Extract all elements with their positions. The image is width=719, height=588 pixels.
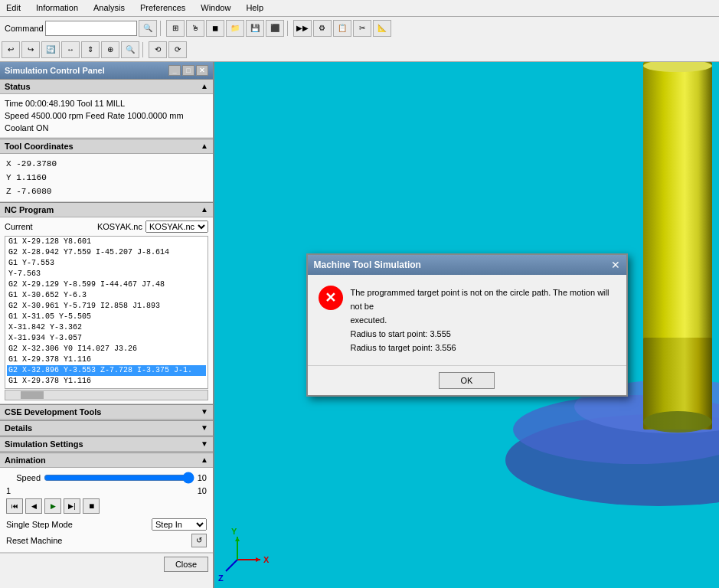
modal-title-text: Machine Tool Simulation bbox=[314, 260, 421, 270]
left-panel: Simulation Control Panel _ □ ✕ Status ▲ … bbox=[0, 62, 214, 588]
toolbar-btn-2[interactable]: 🖱 bbox=[186, 20, 204, 37]
menu-item-help[interactable]: Help bbox=[243, 2, 266, 14]
simulation-settings-section: Simulation Settings ▼ bbox=[0, 436, 213, 452]
toolbar-btn-8[interactable]: ⚙ bbox=[313, 20, 332, 37]
speed-max-val: 10 bbox=[198, 473, 207, 482]
nc-code-line[interactable]: G1 X-30.652 Y-6.3 bbox=[7, 290, 206, 301]
speed-vals: 1 10 bbox=[6, 486, 207, 495]
reset-icon-btn[interactable]: ↺ bbox=[191, 534, 207, 547]
reset-row: Reset Machine ↺ bbox=[6, 534, 207, 547]
speed-row: Speed 10 bbox=[6, 472, 207, 483]
animation-header[interactable]: Animation ▲ bbox=[0, 452, 213, 468]
menu-item-preferences[interactable]: Preferences bbox=[137, 2, 188, 14]
nc-code-line[interactable]: G1 X-31.05 Y-5.505 bbox=[7, 312, 206, 322]
nc-code-line[interactable]: G2 X-32.306 Y0 I14.027 J3.26 bbox=[7, 344, 206, 354]
cse-dev-tools-chevron: ▼ bbox=[201, 407, 208, 416]
nc-code-line[interactable]: G1 X-29.378 Y1.116 bbox=[7, 354, 206, 365]
status-header[interactable]: Status ▲ bbox=[0, 79, 213, 94]
status-line-1: Time 00:00:48.190 Tool 11 MILL bbox=[5, 97, 208, 109]
toolbar-btn-9[interactable]: 📋 bbox=[333, 20, 351, 37]
details-header[interactable]: Details ▼ bbox=[0, 420, 213, 436]
nc-file-dropdown[interactable]: KOSYAK.nc bbox=[145, 220, 208, 233]
panel-maximize-btn[interactable]: □ bbox=[182, 65, 194, 76]
toolbar-btn-r2-5[interactable]: ⇕ bbox=[81, 41, 100, 58]
modal-radius-target: Radius to target point: 3.556 bbox=[351, 341, 616, 354]
menu-item-analysis[interactable]: Analysis bbox=[90, 2, 128, 14]
viewport-background: X Y Z Machine Tool Simulation ✕ bbox=[214, 62, 719, 588]
tool-coordinates-section: Tool Coordinates ▲ X -29.3780 Y 1.1160 Z… bbox=[0, 139, 213, 202]
status-label: Status bbox=[5, 82, 31, 91]
close-button-row: Close bbox=[0, 553, 213, 575]
menu-item-information[interactable]: Information bbox=[33, 2, 81, 14]
main-layout: Simulation Control Panel _ □ ✕ Status ▲ … bbox=[0, 62, 719, 588]
tool-coordinates-content: X -29.3780 Y 1.1160 Z -7.6080 bbox=[0, 154, 213, 201]
nc-program-section: NC Program ▲ Current KOSYAK.nc KOSYAK.nc… bbox=[0, 202, 213, 404]
nc-code-line[interactable]: X-31.934 Y-3.057 bbox=[7, 333, 206, 344]
panel-minimize-btn[interactable]: _ bbox=[168, 65, 181, 76]
nc-code-line[interactable]: G1 Y-7.553 bbox=[7, 258, 206, 269]
toolbar-btn-6[interactable]: ⬛ bbox=[266, 20, 284, 37]
status-line-3: Coolant ON bbox=[5, 122, 208, 134]
nc-code-line[interactable]: G2 X-29.129 Y-8.599 I-44.467 J7.48 bbox=[7, 279, 206, 290]
separator-3 bbox=[142, 42, 145, 57]
toolbar-btn-11[interactable]: 📐 bbox=[373, 20, 391, 37]
command-search-btn[interactable]: 🔍 bbox=[139, 20, 157, 37]
menu-item-edit[interactable]: Edit bbox=[3, 2, 24, 14]
speed-min-label: 1 bbox=[6, 486, 11, 495]
toolbar-btn-r2-2[interactable]: ↪ bbox=[21, 41, 40, 58]
viewport[interactable]: X Y Z Machine Tool Simulation ✕ bbox=[214, 62, 719, 588]
toolbar-btn-7[interactable]: ▶▶ bbox=[293, 20, 312, 37]
toolbar-btn-r2-8[interactable]: ⟲ bbox=[149, 41, 167, 58]
nc-program-header[interactable]: NC Program ▲ bbox=[0, 202, 213, 217]
nc-current-row: Current KOSYAK.nc KOSYAK.nc bbox=[5, 220, 208, 233]
nc-current-value: KOSYAK.nc bbox=[36, 222, 142, 231]
details-label: Details bbox=[5, 423, 32, 433]
separator-2 bbox=[287, 21, 290, 36]
modal-message-line1: The programmed target point is not on th… bbox=[351, 286, 616, 313]
rewind-btn[interactable]: ⏮ bbox=[6, 498, 23, 514]
speed-slider[interactable] bbox=[44, 472, 194, 483]
panel-title-bar: Simulation Control Panel _ □ ✕ bbox=[0, 62, 213, 79]
animation-section: Animation ▲ Speed 10 1 10 ⏮ ◀ bbox=[0, 452, 213, 553]
nc-code-line[interactable]: G1 X-29.378 Y1.116 bbox=[7, 376, 206, 387]
nc-code-line[interactable]: Y-7.563 bbox=[7, 269, 206, 279]
modal-title-bar: Machine Tool Simulation ✕ bbox=[308, 255, 626, 275]
command-label: Command bbox=[5, 24, 44, 33]
toolbar-btn-1[interactable]: ⊞ bbox=[166, 20, 185, 37]
cse-dev-tools-header[interactable]: CSE Development Tools ▼ bbox=[0, 404, 213, 420]
nc-code-area[interactable]: G2 X-32. Y2.621 I4.002 J-.305G1 X-31.152… bbox=[5, 236, 208, 389]
nc-code-line[interactable]: G2 X-32.896 Y-3.553 Z-7.728 I-3.375 J-1. bbox=[7, 365, 206, 376]
stop-btn[interactable]: ⏹ bbox=[83, 498, 100, 514]
simulation-settings-header[interactable]: Simulation Settings ▼ bbox=[0, 436, 213, 452]
modal-text-area: The programmed target point is not on th… bbox=[351, 286, 616, 354]
nc-code-line[interactable]: G2 X-30.961 Y-5.719 I2.858 J1.893 bbox=[7, 301, 206, 312]
tool-coordinates-header[interactable]: Tool Coordinates ▲ bbox=[0, 139, 213, 154]
toolbar-btn-4[interactable]: 📁 bbox=[226, 20, 244, 37]
command-box: Command 🔍 bbox=[5, 20, 157, 37]
toolbar-btn-10[interactable]: ✂ bbox=[353, 20, 371, 37]
toolbar-btn-r2-4[interactable]: ↔ bbox=[61, 41, 80, 58]
toolbar-btn-r2-3[interactable]: 🔄 bbox=[41, 41, 60, 58]
nc-code-line[interactable]: G1 X-29.128 Y8.601 bbox=[7, 237, 206, 247]
step-back-btn[interactable]: ◀ bbox=[25, 498, 42, 514]
close-button[interactable]: Close bbox=[164, 557, 208, 572]
play-btn[interactable]: ▶ bbox=[44, 498, 61, 514]
nc-horizontal-scrollbar[interactable] bbox=[5, 390, 208, 400]
toolbar-btn-r2-1[interactable]: ↩ bbox=[2, 41, 20, 58]
nc-code-line[interactable]: G2 X-28.942 Y7.559 I-45.207 J-8.614 bbox=[7, 247, 206, 258]
modal-ok-button[interactable]: OK bbox=[439, 372, 495, 389]
toolbar-btn-r2-7[interactable]: 🔍 bbox=[121, 41, 139, 58]
toolbar-btn-r2-9[interactable]: ⟳ bbox=[168, 41, 187, 58]
menu-item-window[interactable]: Window bbox=[198, 2, 234, 14]
toolbar-btn-r2-6[interactable]: ⊕ bbox=[101, 41, 119, 58]
toolbar-btn-3[interactable]: ◼ bbox=[206, 20, 224, 37]
toolbar-btn-5[interactable]: 💾 bbox=[246, 20, 264, 37]
speed-max-label: 10 bbox=[198, 486, 207, 495]
modal-close-btn[interactable]: ✕ bbox=[611, 259, 620, 271]
step-fwd-btn[interactable]: ▶| bbox=[64, 498, 80, 514]
step-mode-dropdown[interactable]: Step In Step Over bbox=[152, 518, 207, 531]
nc-code-line[interactable]: X-31.842 Y-3.362 bbox=[7, 322, 206, 333]
command-input[interactable] bbox=[45, 21, 137, 36]
coord-x: X -29.3780 bbox=[6, 157, 207, 171]
panel-close-btn[interactable]: ✕ bbox=[196, 65, 208, 76]
